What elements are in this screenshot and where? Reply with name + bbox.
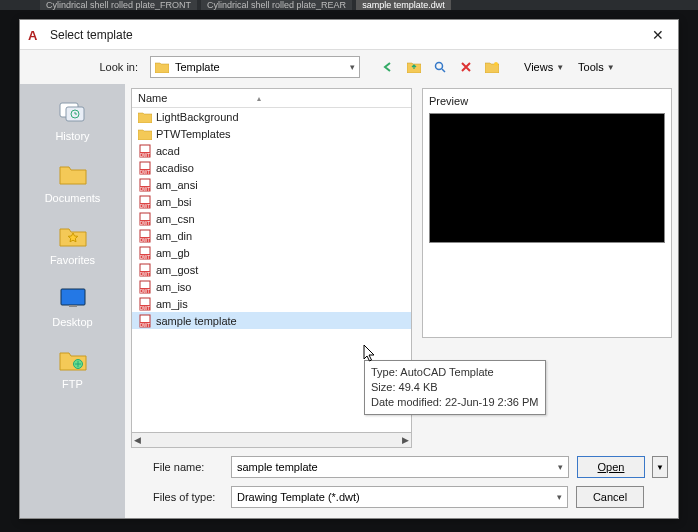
sidebar-item-ftp[interactable]: FTP <box>33 344 113 390</box>
list-item[interactable]: DWTam_bsi <box>132 193 411 210</box>
svg-text:DWT: DWT <box>140 220 150 225</box>
svg-point-0 <box>436 63 443 70</box>
list-item[interactable]: DWTam_din <box>132 227 411 244</box>
svg-text:DWT: DWT <box>140 271 150 276</box>
svg-text:DWT: DWT <box>140 186 150 191</box>
open-dropdown[interactable]: ▼ <box>652 456 668 478</box>
svg-text:DWT: DWT <box>140 152 150 157</box>
sidebar-item-history[interactable]: History <box>33 96 113 142</box>
svg-text:DWT: DWT <box>140 288 150 293</box>
delete-button[interactable] <box>456 57 476 77</box>
scroll-left-icon[interactable]: ◀ <box>134 435 141 445</box>
file-list-header[interactable]: Name▴ <box>132 89 411 108</box>
svg-text:DWT: DWT <box>140 322 150 327</box>
dwt-file-icon: DWT <box>138 280 152 294</box>
desktop-icon <box>33 282 113 314</box>
views-menu[interactable]: Views ▼ <box>520 61 568 73</box>
dwt-file-icon: DWT <box>138 212 152 226</box>
svg-rect-5 <box>61 289 85 305</box>
svg-text:DWT: DWT <box>140 203 150 208</box>
sidebar-item-favorites[interactable]: Favorites <box>33 220 113 266</box>
file-name: am_iso <box>156 281 191 293</box>
dwt-file-icon: DWT <box>138 161 152 175</box>
autocad-logo-icon: A <box>28 28 42 42</box>
chevron-down-icon: ▼ <box>607 63 615 72</box>
list-item[interactable]: DWTam_iso <box>132 278 411 295</box>
file-name: acad <box>156 145 180 157</box>
horizontal-scrollbar[interactable]: ◀ ▶ <box>131 433 412 448</box>
list-item[interactable]: DWTacad <box>132 142 411 159</box>
scroll-right-icon[interactable]: ▶ <box>402 435 409 445</box>
lookin-dropdown[interactable]: Template ▾ <box>150 56 360 78</box>
filetype-label: Files of type: <box>153 491 223 503</box>
file-name: LightBackground <box>156 111 239 123</box>
ftp-icon <box>33 344 113 376</box>
chevron-down-icon: ▾ <box>558 462 563 472</box>
list-item[interactable]: DWTam_csn <box>132 210 411 227</box>
list-item[interactable]: DWTam_gb <box>132 244 411 261</box>
svg-text:DWT: DWT <box>140 305 150 310</box>
preview-label: Preview <box>429 95 665 107</box>
chevron-down-icon: ▾ <box>350 62 355 72</box>
filetype-dropdown[interactable]: Drawing Template (*.dwt) ▾ <box>231 486 568 508</box>
history-icon <box>33 96 113 128</box>
column-name[interactable]: Name <box>138 92 167 104</box>
list-item[interactable]: PTWTemplates <box>132 125 411 142</box>
search-button[interactable] <box>430 57 450 77</box>
filename-input[interactable]: sample template ▾ <box>231 456 569 478</box>
sort-asc-icon: ▴ <box>257 94 261 103</box>
dwt-file-icon: DWT <box>138 297 152 311</box>
file-tooltip: Type: AutoCAD Template Size: 49.4 KB Dat… <box>364 360 546 415</box>
cancel-button[interactable]: Cancel <box>576 486 644 508</box>
sidebar-item-desktop[interactable]: Desktop <box>33 282 113 328</box>
preview-panel: Preview <box>422 88 672 338</box>
close-button[interactable]: ✕ <box>646 25 670 45</box>
list-item[interactable]: DWTam_jis <box>132 295 411 312</box>
sidebar-item-label: Favorites <box>33 254 113 266</box>
list-item[interactable]: DWTsample template <box>132 312 411 329</box>
file-name: acadiso <box>156 162 194 174</box>
tooltip-type: Type: AutoCAD Template <box>371 365 539 380</box>
chevron-down-icon: ▼ <box>556 63 564 72</box>
sidebar-item-label: History <box>33 130 113 142</box>
list-item[interactable]: DWTam_gost <box>132 261 411 278</box>
dwt-file-icon: DWT <box>138 195 152 209</box>
svg-text:DWT: DWT <box>140 169 150 174</box>
list-item[interactable]: LightBackground <box>132 108 411 125</box>
chevron-down-icon: ▾ <box>557 492 562 502</box>
svg-text:DWT: DWT <box>140 254 150 259</box>
dwt-file-icon: DWT <box>138 229 152 243</box>
file-name: am_gb <box>156 247 190 259</box>
dialog-footer: File name: sample template ▾ Open ▼ File… <box>125 448 678 518</box>
preview-canvas <box>429 113 665 243</box>
tab[interactable]: Cylindrical shell rolled plate_REAR <box>201 0 352 10</box>
lookin-value: Template <box>175 61 220 73</box>
svg-text:DWT: DWT <box>140 237 150 242</box>
sidebar-item-documents[interactable]: Documents <box>33 158 113 204</box>
file-name: am_din <box>156 230 192 242</box>
open-button[interactable]: Open <box>577 456 645 478</box>
dwt-file-icon: DWT <box>138 263 152 277</box>
dialog-titlebar: A Select template ✕ <box>20 20 678 50</box>
dialog-title: Select template <box>50 28 646 42</box>
sidebar-item-label: Desktop <box>33 316 113 328</box>
places-sidebar: History Documents Favorites Desktop FTP <box>20 84 125 518</box>
list-item[interactable]: DWTacadiso <box>132 159 411 176</box>
document-tabs: Cylindrical shell rolled plate_FRONT Cyl… <box>0 0 698 10</box>
back-button[interactable] <box>378 57 398 77</box>
sidebar-item-label: Documents <box>33 192 113 204</box>
tools-menu[interactable]: Tools ▼ <box>574 61 619 73</box>
file-name: am_jis <box>156 298 188 310</box>
tab-active[interactable]: sample template.dwt <box>356 0 451 10</box>
file-name: am_bsi <box>156 196 191 208</box>
dialog-toolbar: Look in: Template ▾ Views ▼ Tools ▼ <box>20 50 678 84</box>
folder-icon <box>33 158 113 190</box>
dwt-file-icon: DWT <box>138 178 152 192</box>
tab[interactable]: Cylindrical shell rolled plate_FRONT <box>40 0 197 10</box>
up-folder-button[interactable] <box>404 57 424 77</box>
file-name: PTWTemplates <box>156 128 231 140</box>
svg-rect-6 <box>69 305 77 307</box>
svg-point-1 <box>494 62 498 66</box>
list-item[interactable]: DWTam_ansi <box>132 176 411 193</box>
new-folder-button[interactable] <box>482 57 502 77</box>
